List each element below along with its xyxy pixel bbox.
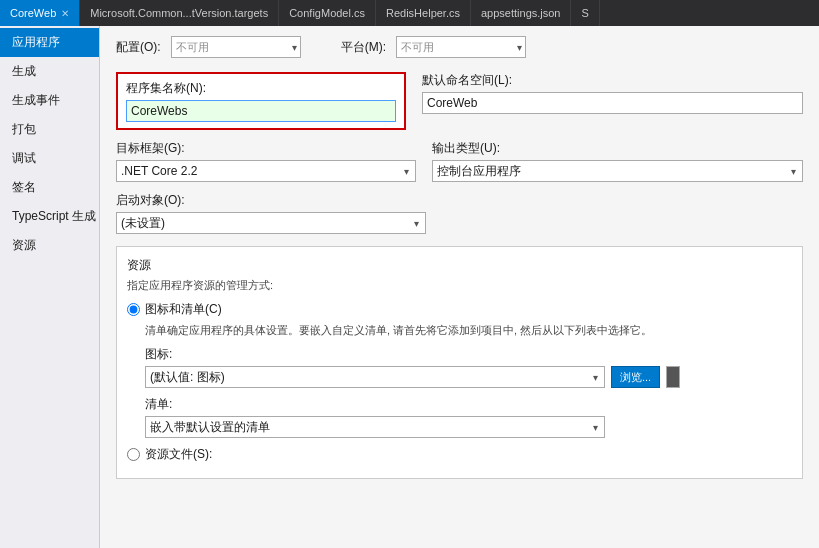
default-namespace-input[interactable] [422, 92, 803, 114]
icon-dropdown-row: (默认值: 图标) 浏览... [145, 366, 792, 388]
sidebar-item-debug-label: 调试 [12, 151, 36, 165]
radio-icons-text: 图标和清单(C) [145, 301, 222, 318]
target-framework-col: 目标框架(G): .NET Core 2.2 [116, 140, 416, 182]
sidebar-item-build[interactable]: 生成 [0, 57, 99, 86]
tab-coreweb-label: CoreWeb [10, 7, 56, 19]
radio-icons-label[interactable]: 图标和清单(C) [127, 301, 792, 318]
resources-desc: 指定应用程序资源的管理方式: [127, 278, 792, 293]
sidebar-item-package-label: 打包 [12, 122, 36, 136]
assembly-name-label: 程序集名称(N): [126, 80, 396, 97]
manifest-dropdown-row: 嵌入带默认设置的清单 [145, 416, 792, 438]
manifest-value: 嵌入带默认设置的清单 [150, 419, 270, 436]
target-framework-label: 目标框架(G): [116, 140, 416, 157]
platform-label: 平台(M): [341, 39, 386, 56]
output-type-value: 控制台应用程序 [437, 163, 521, 180]
sidebar-item-build-events-label: 生成事件 [12, 93, 60, 107]
sidebar-item-signing[interactable]: 签名 [0, 173, 99, 202]
target-framework-dropdown[interactable]: .NET Core 2.2 [116, 160, 416, 182]
sidebar-item-package[interactable]: 打包 [0, 115, 99, 144]
sidebar-item-typescript[interactable]: TypeScript 生成 [0, 202, 99, 231]
namespace-col: 默认命名空间(L): [422, 72, 803, 130]
sidebar-item-resources-label: 资源 [12, 238, 36, 252]
sidebar-item-signing-label: 签名 [12, 180, 36, 194]
tab-configmodel-label: ConfigModel.cs [289, 7, 365, 19]
sidebar-item-resources[interactable]: 资源 [0, 231, 99, 260]
tab-s[interactable]: S [571, 0, 599, 26]
radio-icons-desc: 清单确定应用程序的具体设置。要嵌入自定义清单, 请首先将它添加到项目中, 然后从… [145, 323, 792, 338]
platform-select[interactable]: 不可用 [396, 36, 526, 58]
config-select-wrapper: 不可用 [171, 36, 301, 58]
sidebar-item-build-label: 生成 [12, 64, 36, 78]
tab-targets[interactable]: Microsoft.Common...tVersion.targets [80, 0, 279, 26]
output-type-col: 输出类型(U): 控制台应用程序 [432, 140, 803, 182]
radio-file-label[interactable]: 资源文件(S): [127, 446, 792, 463]
tab-appsettings[interactable]: appsettings.json [471, 0, 572, 26]
sidebar-item-typescript-label: TypeScript 生成 [12, 209, 96, 223]
target-framework-value: .NET Core 2.2 [121, 164, 197, 178]
tab-coreweb[interactable]: CoreWeb ✕ [0, 0, 80, 26]
radio-icons-input[interactable] [127, 303, 140, 316]
tab-redishelper-label: RedisHelper.cs [386, 7, 460, 19]
manifest-field-label: 清单: [145, 396, 792, 413]
config-select[interactable]: 不可用 [171, 36, 301, 58]
assembly-name-input[interactable] [126, 100, 396, 122]
assembly-section: 程序集名称(N): [116, 72, 406, 130]
resources-title: 资源 [127, 257, 792, 274]
tab-appsettings-label: appsettings.json [481, 7, 561, 19]
startup-dropdown[interactable]: (未设置) [116, 212, 426, 234]
icon-dropdown[interactable]: (默认值: 图标) [145, 366, 605, 388]
assembly-namespace-row: 程序集名称(N): 默认命名空间(L): [116, 72, 803, 130]
radio-file-input[interactable] [127, 448, 140, 461]
browse-button[interactable]: 浏览... [611, 366, 660, 388]
tab-targets-label: Microsoft.Common...tVersion.targets [90, 7, 268, 19]
manifest-dropdown[interactable]: 嵌入带默认设置的清单 [145, 416, 605, 438]
default-namespace-label: 默认命名空间(L): [422, 72, 803, 89]
tab-coreweb-close[interactable]: ✕ [61, 8, 69, 19]
tab-redishelper[interactable]: RedisHelper.cs [376, 0, 471, 26]
config-label: 配置(O): [116, 39, 161, 56]
startup-label: 启动对象(O): [116, 192, 803, 209]
icon-field-label: 图标: [145, 346, 792, 363]
framework-output-row: 目标框架(G): .NET Core 2.2 输出类型(U): 控制台应用程序 [116, 140, 803, 182]
sidebar-item-app[interactable]: 应用程序 [0, 28, 99, 57]
radio-file-text: 资源文件(S): [145, 446, 212, 463]
startup-row: 启动对象(O): (未设置) [116, 192, 803, 234]
startup-value: (未设置) [121, 215, 165, 232]
tab-s-label: S [581, 7, 588, 19]
icon-value: (默认值: 图标) [150, 369, 225, 386]
sidebar: 应用程序 生成 生成事件 打包 调试 签名 TypeScript 生成 资源 [0, 26, 100, 548]
sidebar-item-debug[interactable]: 调试 [0, 144, 99, 173]
sidebar-item-build-events[interactable]: 生成事件 [0, 86, 99, 115]
main-layout: 应用程序 生成 生成事件 打包 调试 签名 TypeScript 生成 资源 配… [0, 26, 819, 548]
color-square [666, 366, 680, 388]
resources-section: 资源 指定应用程序资源的管理方式: 图标和清单(C) 清单确定应用程序的具体设置… [116, 246, 803, 479]
config-platform-row: 配置(O): 不可用 平台(M): 不可用 [116, 36, 803, 58]
tab-bar: CoreWeb ✕ Microsoft.Common...tVersion.ta… [0, 0, 819, 26]
platform-select-wrapper: 不可用 [396, 36, 526, 58]
output-type-label: 输出类型(U): [432, 140, 803, 157]
content-area: 配置(O): 不可用 平台(M): 不可用 程序集名称(N): 默认命名空间(L… [100, 26, 819, 548]
output-type-dropdown[interactable]: 控制台应用程序 [432, 160, 803, 182]
tab-configmodel[interactable]: ConfigModel.cs [279, 0, 376, 26]
sidebar-item-app-label: 应用程序 [12, 35, 60, 49]
